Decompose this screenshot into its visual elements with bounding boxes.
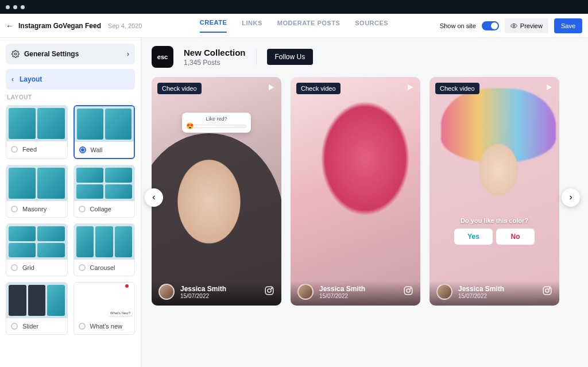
posts-carousel: Check video Like red? 😍 Jessica Smith 15… <box>152 77 588 318</box>
post-photo <box>291 77 420 306</box>
layout-option-label: Carousel <box>90 264 115 271</box>
post-card[interactable]: Check video Jessica Smith 15/07/2022 <box>291 77 420 306</box>
poll-question: Do you like this color? <box>454 217 535 224</box>
page-title: Instagram GoVegan Feed <box>18 22 101 30</box>
whatsnew-bubble: What's New? <box>109 310 132 316</box>
feed-source-badge: esc <box>152 46 173 68</box>
back-wrap[interactable]: ← Instagram GoVegan Feed <box>6 21 101 30</box>
poll-sticker[interactable]: Do you like this color? Yes No <box>454 217 535 245</box>
main: esc New Collection 1,345 Posts Follow Us… <box>141 38 588 367</box>
layout-option-collage[interactable]: Collage <box>74 165 136 218</box>
layout-option-carousel[interactable]: Carousel <box>74 223 136 276</box>
svg-marker-6 <box>408 84 413 91</box>
layout-option-label: Slider <box>22 323 38 330</box>
instagram-icon <box>403 285 413 298</box>
carousel-next-button[interactable] <box>562 188 580 207</box>
svg-point-13 <box>549 288 550 289</box>
radio-icon <box>79 206 86 213</box>
post-tag: Check video <box>296 83 341 94</box>
post-footer: Jessica Smith 15/07/2022 <box>152 278 281 306</box>
layout-option-label: What's new <box>90 323 123 330</box>
layout-option-label: Grid <box>22 264 34 271</box>
chevron-left-icon <box>150 194 157 201</box>
sidebar-item-layout[interactable]: ‹ Layout <box>6 69 135 90</box>
poll-slider[interactable]: 😍 <box>187 125 246 128</box>
svg-point-0 <box>513 25 514 26</box>
layout-option-label: Feed <box>22 146 37 153</box>
window-dot <box>13 5 17 9</box>
layout-option-masonry[interactable]: Masonry <box>6 165 68 218</box>
svg-point-12 <box>546 289 549 292</box>
post-author: Jessica Smith <box>458 285 504 293</box>
post-footer: Jessica Smith 15/07/2022 <box>291 278 420 306</box>
radio-icon <box>11 264 18 271</box>
layout-option-feed[interactable]: Feed <box>6 105 68 159</box>
post-date: 15/07/2022 <box>180 293 226 299</box>
radio-icon <box>11 323 18 330</box>
layout-option-label: Wall <box>91 146 103 153</box>
heart-eyes-emoji-icon: 😍 <box>186 122 194 130</box>
instagram-icon <box>542 285 552 298</box>
sidebar-item-general-settings[interactable]: General Settings › <box>6 44 135 64</box>
post-card[interactable]: Check video Like red? 😍 Jessica Smith 15… <box>152 77 281 306</box>
radio-icon <box>79 264 86 271</box>
window-titlebar <box>0 0 588 14</box>
post-photo <box>430 77 559 306</box>
tab-sources[interactable]: SOURCES <box>355 20 388 32</box>
play-icon <box>544 83 554 92</box>
divider <box>256 49 257 65</box>
sidebar-item-label: Layout <box>20 75 42 83</box>
chevron-right-icon: › <box>127 50 129 58</box>
avatar <box>158 284 175 300</box>
layout-option-label: Masonry <box>22 206 47 213</box>
avatar <box>436 284 452 300</box>
radio-icon <box>11 146 18 153</box>
post-date: 15/07/2022 <box>458 293 504 299</box>
svg-point-5 <box>271 288 272 289</box>
radio-icon <box>79 146 86 153</box>
play-icon <box>266 83 276 92</box>
layout-option-grid[interactable]: Grid <box>6 223 68 276</box>
feed-collection-name: New Collection <box>184 48 246 57</box>
topbar-actions: Show on site Preview Save <box>440 18 582 33</box>
topbar: ← Instagram GoVegan Feed Sep 4, 2020 CRE… <box>0 14 588 38</box>
gear-icon <box>11 50 20 58</box>
svg-point-8 <box>407 289 410 292</box>
play-icon <box>405 83 415 92</box>
post-card[interactable]: Check video Do you like this color? Yes … <box>430 77 559 306</box>
layout-option-wall[interactable]: Wall <box>74 105 136 159</box>
feed-header: esc New Collection 1,345 Posts Follow Us <box>152 46 588 68</box>
window-dot <box>21 5 25 9</box>
tab-create[interactable]: CREATE <box>200 19 227 33</box>
show-on-site-toggle[interactable] <box>482 21 499 30</box>
layout-option-slider[interactable]: Slider <box>6 282 68 335</box>
window-dot <box>6 5 10 9</box>
poll-option-yes[interactable]: Yes <box>454 229 493 245</box>
post-footer: Jessica Smith 15/07/2022 <box>430 278 559 306</box>
layout-option-whats-new[interactable]: What's New? What's new <box>74 282 136 335</box>
tab-links[interactable]: LINKS <box>242 20 262 32</box>
poll-sticker[interactable]: Like red? 😍 <box>182 113 251 133</box>
follow-us-button[interactable]: Follow Us <box>267 49 314 65</box>
svg-point-4 <box>268 289 271 292</box>
sidebar-section-title: LAYOUT <box>7 94 134 101</box>
chevron-left-icon: ‹ <box>11 75 14 83</box>
sidebar: General Settings › ‹ Layout LAYOUT Feed … <box>0 38 141 367</box>
carousel-prev-button[interactable] <box>145 188 163 207</box>
feed-posts-count: 1,345 Posts <box>184 59 246 67</box>
radio-icon <box>79 323 86 330</box>
post-author: Jessica Smith <box>180 285 226 293</box>
tab-moderate-posts[interactable]: MODERATE POSTS <box>277 20 340 32</box>
svg-point-1 <box>14 53 17 55</box>
avatar <box>297 284 314 300</box>
main-tabs: CREATE LINKS MODERATE POSTS SOURCES <box>200 19 388 33</box>
save-button[interactable]: Save <box>554 18 582 33</box>
preview-button-label: Preview <box>520 22 543 29</box>
poll-question: Like red? <box>187 116 246 122</box>
preview-button[interactable]: Preview <box>505 18 548 33</box>
poll-option-no[interactable]: No <box>496 229 535 245</box>
radio-icon <box>11 206 18 213</box>
post-tag: Check video <box>157 83 202 94</box>
chevron-right-icon <box>567 194 574 201</box>
svg-marker-2 <box>269 84 274 91</box>
